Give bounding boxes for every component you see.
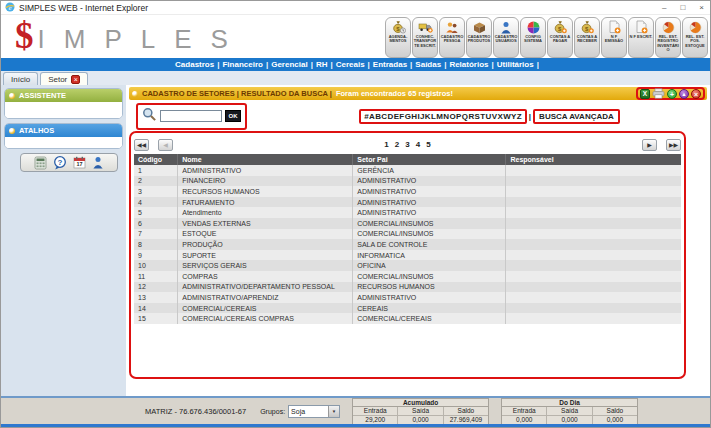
page-link[interactable]: 4 [413, 140, 423, 149]
close-button[interactable]: × [699, 3, 704, 12]
table-row[interactable]: 3RECURSOS HUMANOSADMINISTRATIVO [134, 186, 681, 197]
minitable-header: Saída [398, 407, 443, 415]
alphabet-letter[interactable]: P [456, 112, 462, 121]
column-header[interactable]: Responsável [506, 154, 681, 165]
section-bullet-icon [132, 91, 138, 97]
table-row[interactable]: 4FATURAMENTOADMINISTRATIVO [134, 197, 681, 208]
cadastro-usuarios-button[interactable]: CADASTRO USUÁRIOS [493, 17, 519, 58]
table-row[interactable]: 14COMERCIAL/CEREAISCEREAIS [134, 303, 681, 314]
filter-separator: | [529, 112, 531, 121]
minimize-button[interactable]: – [662, 3, 666, 12]
search-input[interactable] [160, 110, 222, 122]
table-row[interactable]: 1ADMINISTRATIVOGERÊNCIA [134, 165, 681, 176]
config-sistema-button[interactable]: CONFIG SISTEMA [520, 17, 546, 58]
assistente-panel-header[interactable]: ASSISTENTE [5, 89, 122, 102]
menu-item-utilitarios[interactable]: Utilitários [494, 60, 537, 69]
minitable-value: 0,000 [547, 416, 592, 424]
calculator-icon[interactable] [34, 156, 47, 170]
close-tab-icon[interactable]: × [71, 75, 80, 84]
nf-emissao-button[interactable]: N F EMISSÃO [601, 17, 627, 58]
quick-access-toolbar: $AGENDA-MENTOSCONHEC. TRANSPORTE ESCRIT.… [385, 16, 708, 58]
table-row[interactable]: 2FINANCEIROADMINISTRATIVO [134, 176, 681, 187]
page-link[interactable]: 3 [402, 140, 412, 149]
menu-item-relatorios[interactable]: Relatórios [446, 60, 491, 69]
table-cell [506, 207, 681, 218]
table-cell: 12 [134, 282, 178, 293]
table-cell: 4 [134, 197, 178, 208]
table-row[interactable]: 12ADMINISTRATIVO/DEPARTAMENTO PESSOALREC… [134, 282, 681, 293]
table-cell [506, 271, 681, 282]
grupos-select[interactable]: Soja ▼ [288, 405, 340, 418]
tab-setor[interactable]: Setor × [40, 72, 88, 85]
agendamentos-button[interactable]: $AGENDA-MENTOS [385, 17, 411, 58]
contas-a-receber-button[interactable]: $CONTAS A RECEBER [574, 17, 600, 58]
person-icon[interactable] [92, 156, 104, 169]
alphabet-letter[interactable]: Z [517, 112, 522, 121]
red-close-icon[interactable]: × [691, 89, 701, 99]
table-cell: VENDAS EXTERNAS [178, 218, 353, 229]
table-row[interactable]: 11COMPRASCOMERCIAL/INSUMOS [134, 271, 681, 282]
table-cell: GERÊNCIA [353, 165, 506, 176]
alphabet-letter[interactable]: U [485, 112, 491, 121]
table-cell: SALA DE CONTROLE [353, 239, 506, 250]
table-row[interactable]: 13ADMINISTRATIVO/APRENDIZADMINISTRATIVO [134, 292, 681, 303]
menu-item-rh[interactable]: RH [313, 60, 331, 69]
setores-table: CódigoNomeSetor PaiResponsável 1ADMINIST… [134, 154, 681, 324]
search-ok-button[interactable]: OK [225, 110, 241, 122]
menu-item-entradas[interactable]: Entradas [370, 60, 410, 69]
page-link[interactable]: 5 [423, 140, 433, 149]
rel-est-pos-estoque-button[interactable]: REL. EST. POS. ESTOQUE [682, 17, 708, 58]
menu-item-gerencial[interactable]: Gerencial [268, 60, 310, 69]
purple-up-icon[interactable]: ▲ [679, 89, 689, 99]
rel-est-registro-inventario-button[interactable]: REL. EST. REGISTRO INVENTÁRIO [655, 17, 681, 58]
page-link[interactable]: 1 [381, 140, 391, 149]
logo-dollar-glyph: $ [15, 19, 34, 53]
column-header[interactable]: Nome [178, 154, 353, 165]
search-box: OK [136, 103, 247, 130]
menu-item-cadastros[interactable]: Cadastros [172, 60, 217, 69]
truck-icon [418, 20, 433, 35]
green-plus-icon[interactable]: + [667, 89, 677, 99]
tab-bar: Início Setor × [1, 71, 710, 85]
page-link[interactable]: 2 [392, 140, 402, 149]
menu-separator: | [410, 60, 412, 69]
table-cell: ADMINISTRATIVO [353, 176, 506, 187]
tab-inicio[interactable]: Início [3, 72, 38, 85]
table-row[interactable]: 7ESTOQUECOMERCIAL/INSUMOS [134, 229, 681, 240]
alphabet-letter[interactable]: K [425, 112, 431, 121]
column-header[interactable]: Código [134, 154, 178, 165]
advanced-search-link[interactable]: BUSCA AVANÇADA [533, 109, 620, 124]
table-cell: 3 [134, 186, 178, 197]
alphabet-letter[interactable]: O [449, 112, 456, 121]
table-row[interactable]: 8PRODUÇÃOSALA DE CONTROLE [134, 239, 681, 250]
table-row[interactable]: 6VENDAS EXTERNASCOMERCIAL/INSUMOS [134, 218, 681, 229]
column-header[interactable]: Setor Pai [353, 154, 506, 165]
table-cell: RECURSOS HUMANOS [178, 186, 353, 197]
menu-item-saidas[interactable]: Saídas [412, 60, 444, 69]
excel-icon[interactable]: X [640, 89, 650, 99]
table-row[interactable]: 5AtendimentoADMINISTRATIVO [134, 207, 681, 218]
maximize-button[interactable]: □ [680, 3, 685, 12]
contas-a-pagar-button[interactable]: $CONTAS A PAGAR [547, 17, 573, 58]
alphabet-letter[interactable]: Y [511, 112, 517, 121]
sphere-bullet-icon [9, 128, 15, 134]
conhec-transporte-escrit-button[interactable]: CONHEC. TRANSPORTE ESCRIT. [412, 17, 438, 58]
table-row[interactable]: 9SUPORTEINFORMATICA [134, 250, 681, 261]
alphabet-letter[interactable]: W [503, 112, 511, 121]
menu-item-financeiro[interactable]: Financeiro [219, 60, 265, 69]
menu-item-cereais[interactable]: Cereais [333, 60, 368, 69]
printer-icon[interactable] [652, 88, 665, 99]
cadastro-produtos-button[interactable]: CADASTRO PRODUTOS [466, 17, 492, 58]
minitable-value: 0,000 [593, 416, 637, 424]
nf-escrit-button[interactable]: N F ESCRIT. [628, 17, 654, 58]
chevron-down-icon[interactable]: ▼ [328, 406, 339, 417]
table-row[interactable]: 10SERVIÇOS GERAISOFICINA [134, 260, 681, 271]
cadastro-pessoa-button[interactable]: CADASTRO PESSOA [439, 17, 465, 58]
atalhos-panel-header[interactable]: ATALHOS [5, 124, 122, 137]
pagination-bar: ◀◀ ◀ 12345 ▶ ▶▶ [134, 137, 681, 152]
calendar-icon[interactable]: 17 [73, 156, 86, 169]
alphabet-letter[interactable]: J [420, 112, 425, 121]
help-icon[interactable]: ? [53, 156, 67, 170]
table-cell: ADMINISTRATIVO/APRENDIZ [178, 292, 353, 303]
table-row[interactable]: 15COMERCIAL/CEREAIS COMPRASCOMERCIAL/CER… [134, 313, 681, 324]
